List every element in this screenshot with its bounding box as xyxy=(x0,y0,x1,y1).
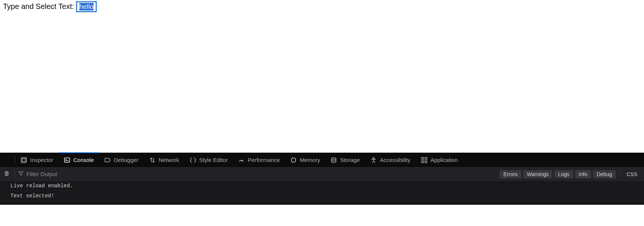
console-toolbar: Errors Warnings Logs Info Debug CSS xyxy=(0,168,644,181)
page-content: Type and Select Text: hello xyxy=(0,0,644,13)
tab-label: Application xyxy=(431,157,458,163)
log-line: Text selected! xyxy=(0,191,644,201)
funnel-icon xyxy=(18,171,23,177)
tab-style-editor[interactable]: Style Editor xyxy=(184,153,233,167)
tab-application[interactable]: Application xyxy=(416,153,463,167)
svg-rect-8 xyxy=(425,157,427,159)
style-editor-icon xyxy=(190,157,196,163)
selected-text: hello xyxy=(79,3,93,10)
console-icon xyxy=(64,157,70,163)
tab-inspector[interactable]: Inspector xyxy=(15,153,58,167)
tab-label: Style Editor xyxy=(199,157,228,163)
tab-label: Console xyxy=(73,157,94,163)
debugger-icon xyxy=(104,157,111,163)
pill-logs[interactable]: Logs xyxy=(554,170,573,178)
tab-network[interactable]: Network xyxy=(144,153,184,167)
tab-debugger[interactable]: Debugger xyxy=(99,153,144,167)
pill-errors[interactable]: Errors xyxy=(499,170,521,178)
tab-label: Debugger xyxy=(114,157,139,163)
tab-label: Accessibility xyxy=(380,157,410,163)
performance-icon xyxy=(238,157,245,163)
svg-rect-2 xyxy=(22,159,25,162)
filter-output[interactable] xyxy=(17,171,499,177)
pill-debug[interactable]: Debug xyxy=(593,170,616,178)
console-output: Live reload enabled. Text selected! xyxy=(0,181,644,201)
svg-rect-1 xyxy=(21,157,26,163)
pick-element-button[interactable] xyxy=(0,153,15,167)
tab-label: Storage xyxy=(340,157,360,163)
svg-rect-9 xyxy=(422,161,423,163)
tab-label: Performance xyxy=(248,157,280,163)
tab-label: Network xyxy=(159,157,179,163)
tab-storage[interactable]: Storage xyxy=(325,153,365,167)
tab-memory[interactable]: Memory xyxy=(285,153,325,167)
svg-rect-7 xyxy=(422,157,423,159)
inspector-icon xyxy=(20,157,27,163)
memory-icon xyxy=(290,157,297,163)
svg-rect-5 xyxy=(331,158,336,162)
svg-rect-10 xyxy=(425,161,427,163)
input-label: Type and Select Text: xyxy=(3,2,74,11)
pill-css[interactable]: CSS xyxy=(623,170,641,178)
separator xyxy=(619,171,619,178)
tab-console[interactable]: Console xyxy=(58,153,99,167)
tab-accessibility[interactable]: Accessibility xyxy=(365,153,416,167)
accessibility-icon xyxy=(370,157,377,163)
pill-info[interactable]: Info xyxy=(575,170,591,178)
log-line: Live reload enabled. xyxy=(0,181,644,191)
log-level-filters: Errors Warnings Logs Info Debug CSS xyxy=(499,170,644,178)
tab-label: Memory xyxy=(300,157,320,163)
trash-icon xyxy=(4,171,10,178)
tab-performance[interactable]: Performance xyxy=(233,153,285,167)
pill-warnings[interactable]: Warnings xyxy=(523,170,553,178)
filter-input[interactable] xyxy=(26,171,101,177)
storage-icon xyxy=(330,157,337,163)
network-icon xyxy=(149,157,156,163)
svg-rect-4 xyxy=(292,158,295,162)
devtools-tabbar: Inspector Console Debugger Network Style… xyxy=(0,153,644,168)
text-input[interactable]: hello xyxy=(76,1,96,12)
tab-label: Inspector xyxy=(30,157,53,163)
svg-point-6 xyxy=(373,157,374,159)
clear-console-button[interactable] xyxy=(0,168,13,181)
separator xyxy=(15,171,15,178)
devtools-panel: Inspector Console Debugger Network Style… xyxy=(0,153,644,205)
application-icon xyxy=(421,157,428,163)
text-input-wrap[interactable]: hello xyxy=(76,2,96,11)
